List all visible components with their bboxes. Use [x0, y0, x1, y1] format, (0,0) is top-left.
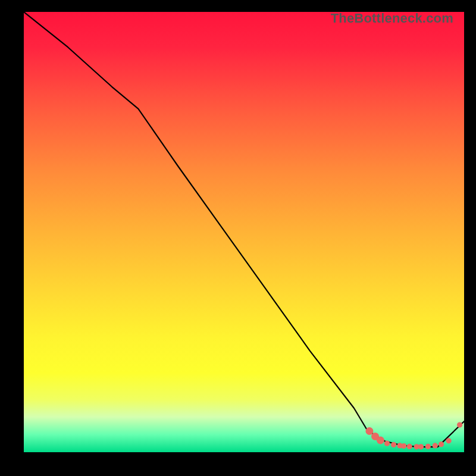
chart-frame: TheBottleneck.com	[24, 12, 464, 452]
watermark-text: TheBottleneck.com	[331, 11, 453, 26]
chart-gradient-background	[24, 12, 464, 452]
